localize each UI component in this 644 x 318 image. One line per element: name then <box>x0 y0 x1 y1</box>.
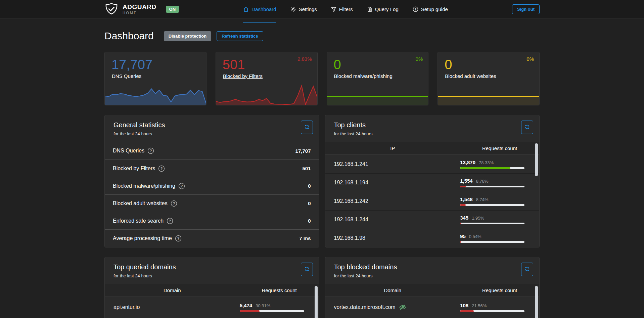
domain-name: vortex.data.microsoft.com <box>334 304 396 310</box>
stat-card-label: Blocked malware/phishing <box>327 72 393 79</box>
column-header-ip: IP <box>325 145 460 151</box>
nav-label: Query Log <box>375 6 399 12</box>
svg-text:?: ? <box>169 219 171 223</box>
stat-card-label: Blocked adult websites <box>438 72 496 79</box>
panel-subtitle: for the last 24 hours <box>113 131 310 136</box>
help-circle-icon[interactable]: ? <box>147 147 154 154</box>
table-row: 192.168.1.24113,87078.33% <box>325 155 540 173</box>
requests-progress-bar <box>460 241 524 243</box>
requests-count: 108 <box>460 303 468 308</box>
requests-percent: 21.56% <box>472 303 487 308</box>
table-row: 192.168.1.1941,5548.78% <box>325 173 540 192</box>
requests-percent: 78.33% <box>479 160 494 165</box>
column-header-requests-count: Requests count <box>460 287 539 293</box>
refresh-icon <box>304 124 310 131</box>
requests-progress-bar <box>460 167 524 169</box>
refresh-statistics-button[interactable]: Refresh statistics <box>217 31 263 41</box>
requests-progress-bar <box>240 310 304 312</box>
progress-bar-fill <box>240 310 260 312</box>
unblock-eye-icon[interactable] <box>399 304 406 311</box>
refresh-panel-button[interactable] <box>301 121 313 134</box>
column-header-domain: Domain <box>105 287 240 293</box>
stat-card-label-link[interactable]: Blocked by Filters <box>216 72 263 79</box>
help-circle-icon[interactable]: ? <box>175 235 182 242</box>
progress-bar-fill <box>460 223 461 224</box>
gear-icon <box>290 6 296 12</box>
client-ip: 192.168.1.194 <box>334 180 368 186</box>
requests-count: 13,870 <box>460 160 475 165</box>
top-queried-domains-panel: Top queried domains for the last 24 hour… <box>104 257 319 318</box>
requests-count: 5,474 <box>240 303 252 308</box>
query-log-icon <box>367 7 372 12</box>
help-circle-icon: ? <box>413 6 418 12</box>
home-icon <box>243 6 249 12</box>
svg-text:?: ? <box>177 236 179 240</box>
refresh-panel-button[interactable] <box>521 263 533 276</box>
panel-subtitle: for the last 24 hours <box>334 273 531 278</box>
help-circle-icon[interactable]: ? <box>167 218 173 224</box>
requests-count: 95 <box>460 233 466 239</box>
stat-card-percent: 2.83% <box>297 56 312 62</box>
nav-item-query-log[interactable]: Query Log <box>367 0 399 18</box>
nav-item-filters[interactable]: Filters <box>331 0 353 18</box>
requests-count: 1,554 <box>460 178 473 184</box>
stat-row-value: 17,707 <box>295 148 311 154</box>
nav-item-setup-guide[interactable]: ? Setup guide <box>413 0 448 18</box>
dashboard-page: Dashboard Disable protection Refresh sta… <box>104 30 540 318</box>
panel-title: General statistics <box>113 121 310 129</box>
nav-item-settings[interactable]: Settings <box>290 0 317 18</box>
progress-bar-fill <box>460 204 466 206</box>
brand-title: ADGUARD <box>123 4 156 10</box>
nav-label: Filters <box>339 6 353 12</box>
stat-card-value: 0 <box>438 52 539 72</box>
client-ip: 192.168.1.244 <box>334 217 368 223</box>
stat-card-value: 17,707 <box>105 52 206 72</box>
brand-logo[interactable]: ADGUARD HOME ON <box>104 2 179 16</box>
client-ip: 192.168.1.242 <box>334 198 368 204</box>
panel-title: Top queried domains <box>113 263 310 271</box>
requests-count: 1,548 <box>460 196 473 202</box>
refresh-panel-button[interactable] <box>301 263 313 276</box>
refresh-panel-button[interactable] <box>521 121 533 134</box>
stat-row-label: Blocked by Filters <box>113 166 155 172</box>
requests-progress-bar <box>460 223 524 224</box>
table-row: vortex.data.microsoft.com10821.56% <box>325 297 540 318</box>
refresh-icon <box>524 266 530 273</box>
requests-percent: 8.78% <box>476 179 489 184</box>
help-circle-icon[interactable]: ? <box>178 183 185 189</box>
nav-item-dashboard[interactable]: Dashboard <box>243 0 276 18</box>
stat-card-percent: 0% <box>526 56 534 62</box>
sign-out-button[interactable]: Sign out <box>512 4 540 14</box>
adguard-shield-logo-icon <box>104 2 119 16</box>
svg-text:?: ? <box>414 8 416 11</box>
svg-text:?: ? <box>150 149 152 153</box>
nav-label: Dashboard <box>251 6 276 12</box>
protection-status-badge: ON <box>166 6 179 13</box>
panel-title: Top clients <box>334 121 531 129</box>
table-row: 192.168.1.98950.54% <box>325 229 540 247</box>
stat-card-percent: 0% <box>416 56 423 62</box>
scrollbar-thumb[interactable] <box>315 286 318 318</box>
table-row: 192.168.1.2443451.95% <box>325 210 540 229</box>
stat-row-label: Blocked malware/phishing <box>113 183 175 189</box>
sparkline-chart <box>327 84 428 105</box>
help-circle-icon[interactable]: ? <box>158 165 165 172</box>
table-row: api.entur.io5,47430.91% <box>105 297 319 318</box>
disable-protection-button[interactable]: Disable protection <box>164 31 211 41</box>
stat-row-blocked-adult-websites: Blocked adult websites?0 <box>105 194 319 212</box>
stat-card-blocked-adult-websites: 0%0Blocked adult websites <box>438 52 540 105</box>
stat-card-dns-queries: 17,707DNS Queries <box>104 52 206 105</box>
nav-label: Setup guide <box>421 6 448 12</box>
svg-text:?: ? <box>181 184 183 188</box>
sparkline-chart <box>105 84 206 105</box>
stat-row-value: 0 <box>308 218 311 224</box>
requests-progress-bar <box>460 204 524 206</box>
stat-row-value: 501 <box>302 166 311 171</box>
scrollbar-thumb[interactable] <box>535 286 538 318</box>
scrollbar-thumb[interactable] <box>535 143 538 176</box>
help-circle-icon[interactable]: ? <box>171 200 177 207</box>
general-statistics-panel: General statistics for the last 24 hours… <box>104 115 319 247</box>
stat-row-blocked-by-filters: Blocked by Filters?501 <box>105 160 319 177</box>
table-header: IP Requests count <box>325 142 540 155</box>
domain-name: api.entur.io <box>113 304 140 310</box>
